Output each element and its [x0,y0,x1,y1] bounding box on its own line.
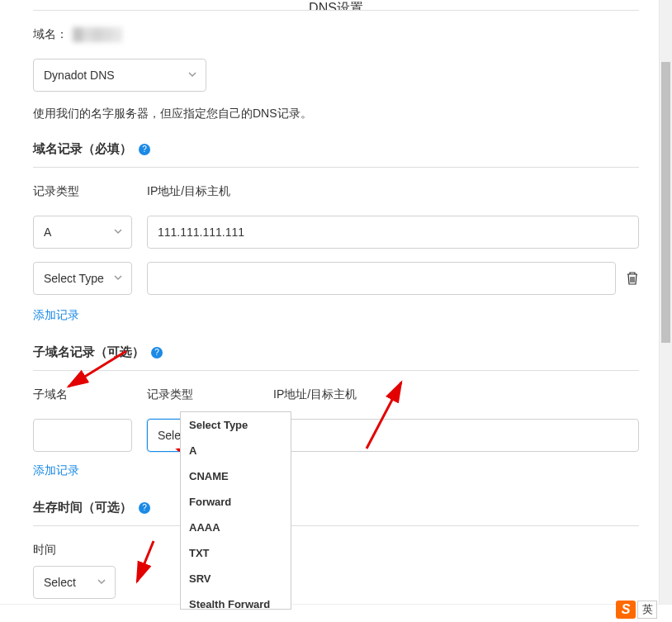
section-ttl-title: 生存时间（可选） ? [33,500,639,526]
section-sub-title: 子域名记录（可选） ? [33,344,639,371]
subdomain-label: 子域名 [33,387,132,402]
dropdown-option[interactable]: SRV [181,566,291,591]
record-type-value-1: Select Type [44,272,104,285]
record-ip-input-1[interactable] [147,262,616,295]
chevron-down-icon [113,226,123,239]
record-type-select-0[interactable]: A [33,216,132,249]
record-labels-row: 记录类型 IP地址/目标主机 [33,184,639,207]
sub-type-label: 记录类型 [147,387,258,402]
record-row-1: Select Type [33,262,639,295]
scrollbar-vertical[interactable] [659,0,672,604]
dropdown-option[interactable]: Stealth Forward [181,591,291,610]
dns-mode-value: Dynadot DNS [44,69,115,82]
sub-row-0: Select Type [33,419,639,452]
help-icon[interactable]: ? [139,502,150,514]
add-subrecord-link[interactable]: 添加记录 [33,463,79,478]
sub-ip-label: IP地址/目标主机 [273,387,639,402]
dropdown-option[interactable]: CNAME [181,463,291,489]
sub-type-dropdown[interactable]: Select TypeACNAMEForwardAAAATXTSRVStealt… [180,411,291,610]
chevron-down-icon [97,576,106,589]
section-sub-label: 子域名记录（可选） [33,344,144,360]
domain-label: 域名： [33,27,68,42]
ttl-time-label: 时间 [33,543,639,558]
chevron-down-icon [113,272,123,285]
chevron-down-icon [187,69,197,82]
record-ip-label: IP地址/目标主机 [147,184,639,199]
section-ttl-label: 生存时间（可选） [33,500,132,515]
record-ip-value-0: 111.111.111.111 [158,226,244,239]
dropdown-option[interactable]: AAAA [181,515,291,540]
delete-icon[interactable] [626,271,639,286]
record-row-0: A 111.111.111.111 [33,216,639,249]
ime-logo-icon: S [616,601,636,619]
add-record-link[interactable]: 添加记录 [33,308,79,323]
subdomain-input[interactable] [33,419,132,452]
hint-text: 使用我们的名字服务器，但应指定您自己的DNS记录。 [33,107,639,121]
record-type-select-1[interactable]: Select Type [33,262,132,295]
domain-row: 域名： [33,27,639,42]
dropdown-option[interactable]: Select Type [181,412,291,438]
record-type-label: 记录类型 [33,184,132,199]
ttl-select[interactable]: Select [33,566,116,599]
ime-lang: 英 [637,601,657,619]
sub-labels-row: 子域名 记录类型 IP地址/目标主机 [33,387,639,411]
domain-value-redacted [73,27,122,42]
section-records-title: 域名记录（必填） ? [33,141,639,168]
section-records-label: 域名记录（必填） [33,141,132,157]
page-title: DNS设置 [33,0,639,11]
record-type-value-0: A [44,226,51,239]
ime-indicator[interactable]: S 英 [616,601,657,619]
ttl-value: Select [44,576,76,589]
sub-ip-input[interactable] [273,419,639,452]
dropdown-option[interactable]: Forward [181,489,291,515]
dropdown-option[interactable]: A [181,438,291,463]
dropdown-option[interactable]: TXT [181,540,291,566]
help-icon[interactable]: ? [139,144,150,155]
scrollbar-thumb[interactable] [661,62,670,343]
record-ip-input-0[interactable]: 111.111.111.111 [147,216,639,249]
help-icon[interactable]: ? [151,347,163,358]
dns-mode-select[interactable]: Dynadot DNS [33,59,206,92]
scrollbar-horizontal[interactable] [0,604,672,622]
